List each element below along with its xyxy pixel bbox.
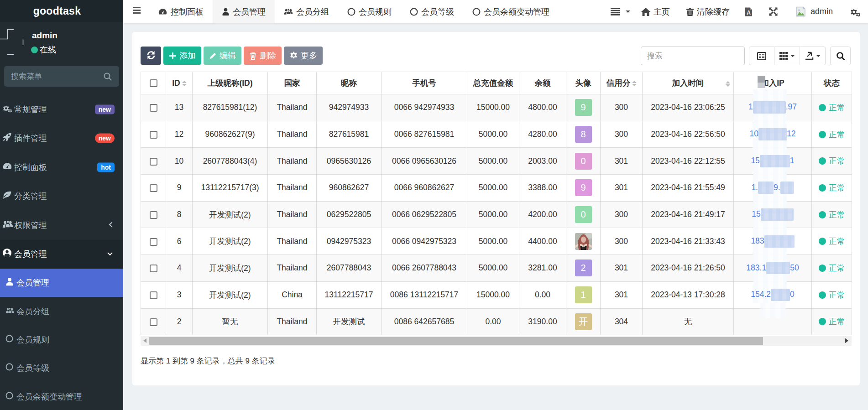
svg-text:A: A [747, 10, 751, 16]
